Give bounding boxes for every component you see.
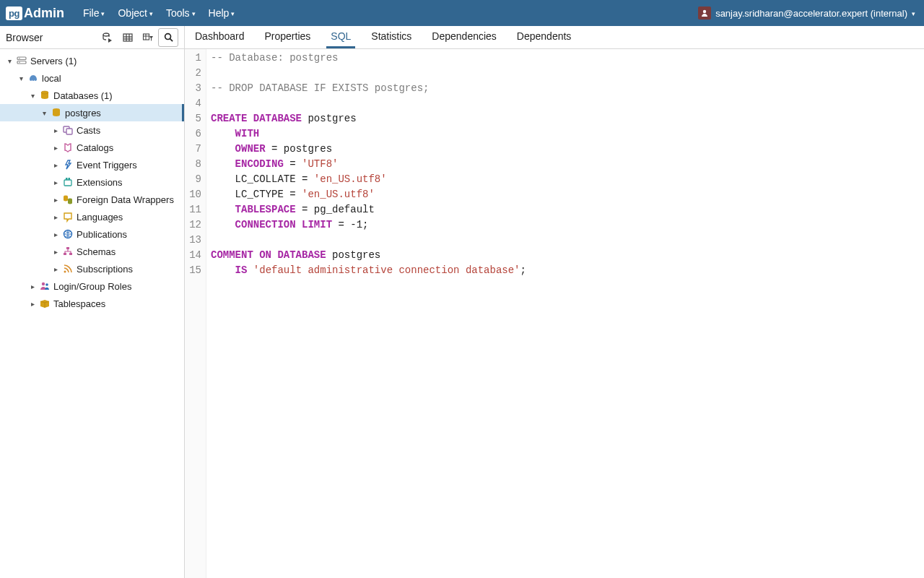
menu-file[interactable]: File▾ [77,4,111,22]
chevron-down-icon: ▾ [101,10,105,17]
svg-point-32 [45,283,48,286]
code-line: CONNECTION LIMIT = -1; [211,217,526,233]
chevron-right-icon[interactable]: ▸ [51,213,61,221]
chevron-right-icon[interactable]: ▸ [51,196,61,204]
chevron-right-icon[interactable]: ▸ [51,230,61,238]
table-icon [122,32,134,43]
tree-login-roles[interactable]: ▸ Login/Group Roles [0,277,184,295]
user-label: sanjay.sridharan@accelerator.expert (int… [715,8,907,19]
chevron-right-icon[interactable]: ▸ [51,144,61,152]
tree-item-foreign-data-wrappers[interactable]: ▸Foreign Data Wrappers [0,191,184,208]
chevron-right-icon[interactable]: ▸ [27,300,38,308]
code-line: OWNER = postgres [211,142,526,157]
database-icon [51,107,62,118]
search-icon [163,32,174,43]
tree-item-languages[interactable]: ▸Languages [0,208,184,225]
chevron-down-icon: ▾ [912,10,915,17]
svg-rect-23 [69,178,71,180]
tree-item-schemas[interactable]: ▸Schemas [0,243,184,260]
chevron-right-icon[interactable]: ▸ [51,161,61,169]
browser-toolbar [97,28,178,47]
catalogs-icon [62,142,74,153]
roles-icon [39,280,51,292]
filter-rows-button[interactable] [138,28,158,47]
code-line: WITH [211,126,526,142]
menu-tools[interactable]: Tools▾ [160,4,201,22]
code-line: IS 'default administrative connection da… [211,263,526,278]
chevron-down-icon[interactable]: ▾ [39,109,49,117]
app-logo[interactable]: pg Admin [6,6,64,21]
svg-point-31 [42,282,45,285]
code-line: -- DROP DATABASE IF EXISTS postgres; [211,81,526,96]
chevron-down-icon[interactable]: ▾ [16,74,26,82]
tab-dependents[interactable]: Dependents [513,26,576,48]
svg-point-15 [19,62,20,64]
user-menu[interactable]: sanjay.sridharan@accelerator.expert (int… [695,5,918,21]
tree-servers[interactable]: ▾ Servers (1) [0,52,184,69]
database-play-icon [102,32,113,43]
tree-server-local[interactable]: ▾ local [0,69,184,87]
chevron-down-icon[interactable]: ▾ [27,92,38,100]
chevron-right-icon[interactable]: ▸ [27,282,38,290]
tree-item-event-triggers[interactable]: ▸Event Triggers [0,156,184,173]
database-group-icon [39,90,51,101]
casts-icon [62,124,74,136]
languages-icon [62,211,74,223]
search-objects-button[interactable] [158,28,178,47]
code-area[interactable]: -- Database: postgres -- DROP DATABASE I… [206,49,526,578]
svg-rect-21 [64,180,71,186]
tab-dependencies[interactable]: Dependencies [427,26,501,48]
tree-database-postgres[interactable]: ▾ postgres [0,104,184,121]
svg-point-0 [703,10,706,13]
tablespace-icon [39,298,51,309]
view-data-button[interactable] [118,28,138,47]
chevron-right-icon[interactable]: ▸ [51,265,61,273]
tree-item-publications[interactable]: ▸Publications [0,225,184,243]
svg-point-1 [103,33,109,36]
elephant-icon [27,72,39,84]
svg-rect-13 [17,61,26,64]
main-content: DashboardPropertiesSQLStatisticsDependen… [185,26,924,578]
chevron-down-icon[interactable]: ▾ [4,57,14,65]
svg-rect-22 [66,178,68,180]
user-icon [698,7,711,20]
chevron-down-icon: ▾ [192,10,196,17]
code-line: CREATE DATABASE postgres [211,111,526,126]
menu-object[interactable]: Object▾ [112,4,158,22]
chevron-right-icon[interactable]: ▸ [51,248,61,256]
code-line: ENCODING = 'UTF8' [211,157,526,172]
tab-statistics[interactable]: Statistics [367,26,416,48]
tree-item-subscriptions[interactable]: ▸Subscriptions [0,260,184,277]
top-bar: pg Admin File▾ Object▾ Tools▾ Help▾ sanj… [0,0,924,26]
query-tool-button[interactable] [97,28,118,47]
svg-line-11 [170,39,173,42]
event-triggers-icon [62,159,74,171]
browser-header: Browser [0,26,184,49]
tree-item-casts[interactable]: ▸Casts [0,121,184,139]
chevron-down-icon: ▾ [231,10,235,17]
app-name: Admin [24,6,64,21]
svg-point-30 [64,271,66,273]
svg-rect-27 [66,247,69,249]
tab-properties[interactable]: Properties [261,26,315,48]
logo-badge: pg [6,7,22,20]
tree-item-extensions[interactable]: ▸Extensions [0,173,184,191]
code-line: LC_COLLATE = 'en_US.utf8' [211,172,526,187]
svg-point-10 [165,34,170,40]
tree-item-catalogs[interactable]: ▸Catalogs [0,139,184,156]
menu-help[interactable]: Help▾ [203,4,241,22]
chevron-down-icon: ▾ [149,10,153,17]
tab-sql[interactable]: SQL [326,26,355,48]
sql-editor[interactable]: 123456789101112131415 -- Database: postg… [185,49,924,578]
browser-sidebar: Browser ▾ Servers (1) [0,26,185,578]
tab-dashboard[interactable]: Dashboard [191,26,249,48]
object-tree[interactable]: ▾ Servers (1) ▾ local ▾ Databases (1) ▾ … [0,49,184,578]
tree-databases[interactable]: ▾ Databases (1) [0,87,184,104]
chevron-right-icon[interactable]: ▸ [51,178,61,186]
chevron-right-icon[interactable]: ▸ [51,126,61,134]
tree-tablespaces[interactable]: ▸ Tablespaces [0,295,184,312]
code-line: -- Database: postgres [211,51,526,66]
code-line: COMMENT ON DATABASE postgres [211,248,526,263]
servers-icon [16,55,27,66]
code-line [211,66,526,81]
